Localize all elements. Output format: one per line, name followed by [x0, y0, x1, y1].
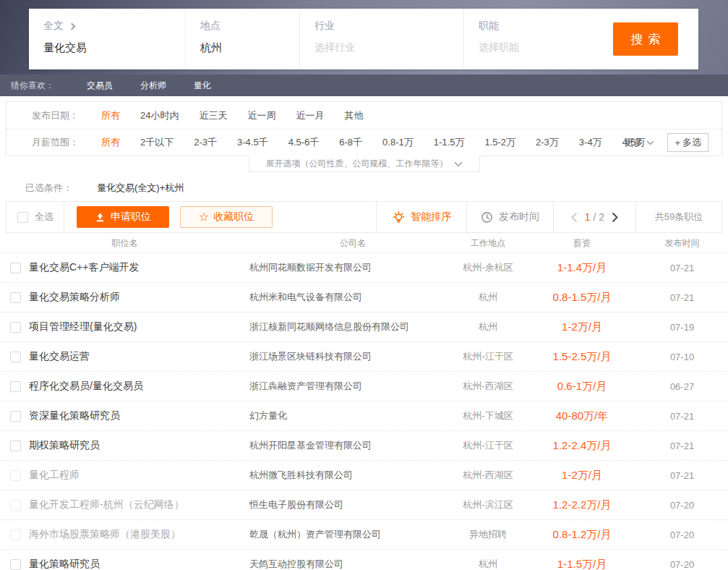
job-list: 职位名 公司名 工作地点 薪资 发布时间 量化交易C++客户端开发杭州同花顺数据… — [0, 234, 728, 570]
company-link[interactable]: 浙江场景区块链科技有限公司 — [249, 350, 448, 363]
table-row[interactable]: 项目管理经理(量化交易)浙江核新同花顺网络信息股份有限公司杭州1-2万/月07-… — [0, 312, 728, 342]
expand-options-tab[interactable]: 展开选项（公司性质、公司规模、工作年限等） — [249, 156, 480, 172]
industry-field[interactable]: 行业 选择行业 — [299, 9, 463, 69]
salary-filter-option[interactable]: 2-3万 — [526, 136, 569, 149]
suggest-label: 猜你喜欢： — [11, 80, 54, 92]
location-value[interactable]: 杭州 — [200, 41, 285, 55]
company-link[interactable]: 杭州同花顺数据开发有限公司 — [249, 261, 448, 274]
job-title-link[interactable]: 量化开发工程师-杭州（云纪网络） — [29, 498, 184, 511]
row-checkbox[interactable] — [10, 500, 21, 511]
job-location: 杭州-西湖区 — [448, 469, 528, 482]
search-button[interactable]: 搜索 — [613, 22, 678, 56]
company-link[interactable]: 幻方量化 — [249, 409, 448, 422]
suggest-keyword-link[interactable]: 分析师 — [140, 80, 166, 92]
salary-filter-option[interactable]: 3-4.5千 — [227, 136, 278, 149]
date-filter-option[interactable]: 近一月 — [286, 109, 334, 122]
table-row[interactable]: 海外市场股票策略师（港股美股）乾晟（杭州）资产管理有限公司异地招聘0.8-1.2… — [0, 520, 728, 550]
table-row[interactable]: 量化交易运营浙江场景区块链科技有限公司杭州-江干区1.5-2.5万/月07-10 — [0, 342, 728, 372]
job-location: 杭州-余杭区 — [448, 261, 528, 274]
table-row[interactable]: 量化开发工程师-杭州（云纪网络）恒生电子股份有限公司杭州-滨江区1.2-2.2万… — [0, 490, 728, 520]
suggest-keyword-link[interactable]: 量化 — [194, 80, 211, 92]
row-checkbox[interactable] — [10, 263, 21, 273]
keyword-field[interactable]: 全文 量化交易 — [29, 9, 185, 69]
salary-filter-option[interactable]: 2-3千 — [184, 136, 227, 149]
industry-placeholder[interactable]: 选择行业 — [314, 41, 449, 54]
row-checkbox[interactable] — [10, 411, 21, 422]
salary-filter-option[interactable]: 1-1.5万 — [424, 136, 475, 149]
job-title-link[interactable]: 量化交易运营 — [29, 350, 90, 363]
company-link[interactable]: 杭州微飞胜科技有限公司 — [249, 469, 448, 482]
salary-filter-option[interactable]: 2千以下 — [130, 136, 184, 149]
salary-filter-option[interactable]: 1.5-2万 — [474, 136, 526, 149]
publish-time-label: 发布时间 — [499, 210, 539, 224]
location-field[interactable]: 地点 杭州 — [185, 9, 299, 69]
suggest-keyword-link[interactable]: 交易员 — [87, 80, 113, 92]
salary-filter-option[interactable]: 3-4万 — [569, 136, 612, 149]
table-row[interactable]: 量化交易策略分析师杭州米和电气设备有限公司杭州0.8-1.5万/月07-21 — [0, 283, 728, 312]
job-date: 07-21 — [636, 470, 728, 481]
table-row[interactable]: 量化交易C++客户端开发杭州同花顺数据开发有限公司杭州-余杭区1-1.4万/月0… — [0, 253, 728, 283]
job-title-link[interactable]: 量化交易C++客户端开发 — [29, 261, 139, 274]
row-checkbox[interactable] — [10, 470, 21, 481]
keyword-value[interactable]: 量化交易 — [43, 41, 171, 55]
company-link[interactable]: 杭州开阳星基金管理有限公司 — [249, 439, 448, 452]
job-title-link[interactable]: 海外市场股票策略师（港股美股） — [29, 528, 181, 541]
row-checkbox[interactable] — [10, 529, 21, 540]
row-checkbox[interactable] — [10, 352, 21, 362]
job-date: 07-20 — [636, 500, 728, 511]
chevron-down-icon — [454, 161, 463, 167]
job-title-link[interactable]: 期权策略研究员 — [29, 439, 100, 452]
row-checkbox[interactable] — [10, 559, 21, 570]
date-filter-option[interactable]: 近一周 — [237, 109, 286, 122]
job-title-link[interactable]: 项目管理经理(量化交易) — [29, 320, 137, 333]
company-link[interactable]: 天鸽互动控股有限公司 — [249, 558, 448, 570]
row-checkbox[interactable] — [10, 292, 21, 303]
table-row[interactable]: 资深量化策略研究员幻方量化杭州-下城区40-80万/年07-21 — [0, 401, 728, 431]
selected-conditions-value: 量化交易(全文)+杭州 — [97, 182, 184, 195]
company-link[interactable]: 浙江犇融资产管理有限公司 — [249, 380, 448, 393]
date-filter-option[interactable]: 其他 — [334, 109, 373, 122]
apply-jobs-button[interactable]: 申请职位 — [77, 206, 169, 228]
job-salary: 0.8-1.2万/月 — [528, 528, 636, 542]
table-row[interactable]: 程序化交易员/量化交易员浙江犇融资产管理有限公司杭州-西湖区0.6-1万/月06… — [0, 372, 728, 401]
row-checkbox[interactable] — [10, 322, 21, 333]
row-checkbox[interactable] — [10, 441, 21, 451]
job-location: 杭州-滨江区 — [448, 498, 528, 511]
company-link[interactable]: 恒生电子股份有限公司 — [249, 498, 448, 511]
job-location: 杭州-西湖区 — [448, 380, 528, 393]
table-row[interactable]: 量化策略研究员天鸽互动控股有限公司杭州1-1.5万/月07-20 — [0, 550, 728, 570]
search-scope-selector[interactable]: 全文 — [43, 20, 171, 33]
job-salary: 0.8-1.5万/月 — [528, 291, 636, 305]
job-title-link[interactable]: 量化工程师 — [29, 469, 80, 482]
date-filter-option[interactable]: 近三天 — [189, 109, 237, 122]
more-dropdown[interactable]: 更多 — [624, 136, 654, 149]
date-filter-option[interactable]: 24小时内 — [130, 109, 189, 122]
select-all-control: 全选 — [7, 202, 64, 232]
company-link[interactable]: 浙江核新同花顺网络信息股份有限公司 — [249, 320, 448, 333]
job-title-link[interactable]: 量化交易策略分析师 — [29, 291, 120, 304]
multi-select-button[interactable]: + 多选 — [667, 133, 708, 152]
salary-filter-option[interactable]: 6-8千 — [329, 136, 372, 149]
more-label: 更多 — [624, 136, 643, 149]
filter-row-date: 发布日期： 所有 24小时内近三天近一周近一月其他 — [7, 102, 721, 129]
prev-page-button[interactable] — [571, 212, 578, 223]
smart-sort-button[interactable]: 智能排序 — [376, 202, 466, 232]
smart-sort-label: 智能排序 — [411, 210, 452, 224]
table-row[interactable]: 期权策略研究员杭州开阳星基金管理有限公司杭州-江干区1.2-2.4万/月07-2… — [0, 431, 728, 461]
row-checkbox[interactable] — [10, 381, 21, 392]
salary-filter-selected[interactable]: 所有 — [101, 136, 120, 149]
date-filter-selected[interactable]: 所有 — [101, 109, 120, 122]
current-page: 1 — [585, 211, 591, 223]
salary-filter-option[interactable]: 4.5-6千 — [278, 136, 330, 149]
job-title-link[interactable]: 资深量化策略研究员 — [29, 409, 120, 422]
company-link[interactable]: 乾晟（杭州）资产管理有限公司 — [249, 528, 448, 541]
publish-time-sort-button[interactable]: 发布时间 — [466, 202, 553, 232]
salary-filter-option[interactable]: 0.8-1万 — [372, 136, 424, 149]
table-row[interactable]: 量化工程师杭州微飞胜科技有限公司杭州-西湖区1-2万/月07-21 — [0, 461, 728, 490]
favorite-jobs-button[interactable]: ☆ 收藏职位 — [180, 206, 273, 228]
job-title-link[interactable]: 程序化交易员/量化交易员 — [29, 380, 143, 393]
company-link[interactable]: 杭州米和电气设备有限公司 — [249, 291, 448, 304]
select-all-checkbox[interactable] — [17, 212, 28, 223]
job-title-link[interactable]: 量化策略研究员 — [29, 558, 100, 570]
next-page-button[interactable] — [612, 212, 618, 223]
